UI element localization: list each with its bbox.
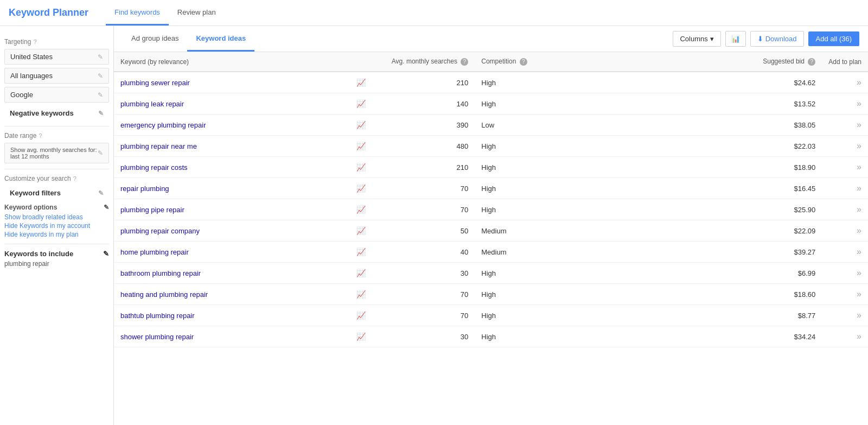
col-bid-label: Suggested bid (763, 58, 805, 65)
cell-chart-icon[interactable]: 📈 (350, 199, 377, 220)
row-chart-icon[interactable]: 📈 (356, 290, 366, 299)
cell-chart-icon[interactable]: 📈 (350, 93, 377, 115)
add-to-plan-button[interactable]: » (857, 226, 861, 235)
cell-chart-icon[interactable]: 📈 (350, 220, 377, 242)
add-to-plan-button[interactable]: » (857, 205, 861, 214)
col-header-competition: Competition ? (475, 52, 746, 72)
columns-button[interactable]: Columns ▾ (673, 31, 720, 47)
cell-bid: $13.52 (746, 93, 822, 115)
date-range-edit-icon[interactable]: ✎ (98, 149, 103, 157)
row-chart-icon[interactable]: 📈 (356, 163, 366, 172)
targeting-help-icon[interactable]: ? (33, 39, 36, 45)
bid-help-icon[interactable]: ? (808, 58, 815, 66)
negative-keywords-item[interactable]: Negative keywords ✎ (4, 106, 109, 120)
row-chart-icon[interactable]: 📈 (356, 205, 366, 214)
cell-avg-searches: 30 (377, 326, 475, 347)
cell-competition: High (475, 284, 746, 305)
cell-bid: $22.03 (746, 136, 822, 157)
cell-add-to-plan[interactable]: » (822, 220, 868, 242)
keyword-filters-edit-icon[interactable]: ✎ (98, 189, 104, 197)
col-keyword-label: Keyword (by relevance) (120, 58, 189, 66)
cell-add-to-plan[interactable]: » (822, 115, 868, 136)
cell-chart-icon[interactable]: 📈 (350, 178, 377, 199)
targeting-language-item[interactable]: All languages ✎ (4, 68, 109, 84)
keyword-table: Keyword (by relevance) Avg. monthly sear… (114, 52, 868, 347)
add-to-plan-button[interactable]: » (857, 78, 861, 87)
targeting-network-edit-icon[interactable]: ✎ (98, 91, 103, 99)
add-to-plan-button[interactable]: » (857, 247, 861, 256)
add-to-plan-button[interactable]: » (857, 268, 861, 277)
targeting-language-edit-icon[interactable]: ✎ (98, 72, 103, 80)
date-range-help-icon[interactable]: ? (39, 132, 42, 139)
row-chart-icon[interactable]: 📈 (356, 120, 366, 129)
nav-review-plan[interactable]: Review plan (169, 1, 225, 26)
targeting-location-item[interactable]: United States ✎ (4, 49, 109, 65)
row-chart-icon[interactable]: 📈 (356, 99, 366, 108)
row-chart-icon[interactable]: 📈 (356, 311, 366, 320)
keyword-options-edit-icon[interactable]: ✎ (104, 204, 109, 211)
cell-add-to-plan[interactable]: » (822, 242, 868, 263)
competition-help-icon[interactable]: ? (520, 58, 527, 66)
add-to-plan-button[interactable]: » (857, 332, 861, 341)
cell-add-to-plan[interactable]: » (822, 284, 868, 305)
keyword-option-broadly[interactable]: Show broadly related ideas (4, 213, 109, 221)
add-to-plan-button[interactable]: » (857, 162, 861, 172)
targeting-location-edit-icon[interactable]: ✎ (98, 53, 103, 61)
cell-chart-icon[interactable]: 📈 (350, 326, 377, 347)
keyword-filters-item[interactable]: Keyword filters ✎ (4, 186, 109, 200)
download-button[interactable]: ⬇ Download (750, 31, 804, 47)
add-to-plan-button[interactable]: » (857, 99, 861, 108)
chart-view-button[interactable]: 📊 (725, 31, 746, 47)
row-chart-icon[interactable]: 📈 (356, 78, 366, 87)
col-competition-label: Competition (481, 58, 516, 65)
cell-bid: $6.99 (746, 263, 822, 284)
cell-chart-icon[interactable]: 📈 (350, 242, 377, 263)
add-to-plan-button[interactable]: » (857, 120, 861, 129)
cell-add-to-plan[interactable]: » (822, 263, 868, 284)
cell-avg-searches: 480 (377, 136, 475, 157)
customize-help-icon[interactable]: ? (73, 175, 76, 182)
row-chart-icon[interactable]: 📈 (356, 248, 366, 256)
cell-add-to-plan[interactable]: » (822, 199, 868, 220)
tab-ad-group-ideas[interactable]: Ad group ideas (123, 27, 187, 52)
nav-find-keywords[interactable]: Find keywords (106, 1, 169, 26)
col-header-suggested-bid: Suggested bid ? (746, 52, 822, 72)
keyword-option-plan[interactable]: Hide keywords in my plan (4, 231, 109, 238)
add-to-plan-button[interactable]: » (857, 310, 861, 320)
avg-searches-help-icon[interactable]: ? (461, 58, 468, 66)
row-chart-icon[interactable]: 📈 (356, 142, 366, 150)
add-to-plan-button[interactable]: » (857, 141, 861, 150)
cell-add-to-plan[interactable]: » (822, 72, 868, 93)
cell-add-to-plan[interactable]: » (822, 178, 868, 199)
cell-chart-icon[interactable]: 📈 (350, 72, 377, 93)
cell-chart-icon[interactable]: 📈 (350, 136, 377, 157)
keyword-options-label: Keyword options (4, 204, 57, 211)
date-range-item[interactable]: Show avg. monthly searches for: last 12 … (4, 143, 109, 163)
cell-add-to-plan[interactable]: » (822, 136, 868, 157)
add-to-plan-button[interactable]: » (857, 183, 861, 193)
negative-keywords-edit-icon[interactable]: ✎ (98, 110, 104, 117)
keywords-to-include-edit-icon[interactable]: ✎ (103, 250, 109, 258)
cell-chart-icon[interactable]: 📈 (350, 284, 377, 305)
cell-add-to-plan[interactable]: » (822, 326, 868, 347)
cell-chart-icon[interactable]: 📈 (350, 263, 377, 284)
add-to-plan-button[interactable]: » (857, 289, 861, 299)
row-chart-icon[interactable]: 📈 (356, 184, 366, 193)
cell-chart-icon[interactable]: 📈 (350, 115, 377, 136)
add-all-button[interactable]: Add all (36) (808, 31, 859, 46)
row-chart-icon[interactable]: 📈 (356, 226, 366, 235)
header: Keyword Planner Find keywords Review pla… (0, 0, 868, 26)
cell-chart-icon[interactable]: 📈 (350, 305, 377, 326)
cell-add-to-plan[interactable]: » (822, 93, 868, 115)
row-chart-icon[interactable]: 📈 (356, 269, 366, 277)
row-chart-icon[interactable]: 📈 (356, 332, 366, 341)
cell-bid: $38.05 (746, 115, 822, 136)
cell-avg-searches: 70 (377, 284, 475, 305)
cell-chart-icon[interactable]: 📈 (350, 157, 377, 178)
tab-keyword-ideas[interactable]: Keyword ideas (187, 27, 254, 52)
cell-add-to-plan[interactable]: » (822, 157, 868, 178)
keyword-option-account[interactable]: Hide Keywords in my account (4, 222, 109, 230)
cell-add-to-plan[interactable]: » (822, 305, 868, 326)
targeting-network-item[interactable]: Google ✎ (4, 87, 109, 103)
download-button-label: Download (765, 35, 797, 43)
